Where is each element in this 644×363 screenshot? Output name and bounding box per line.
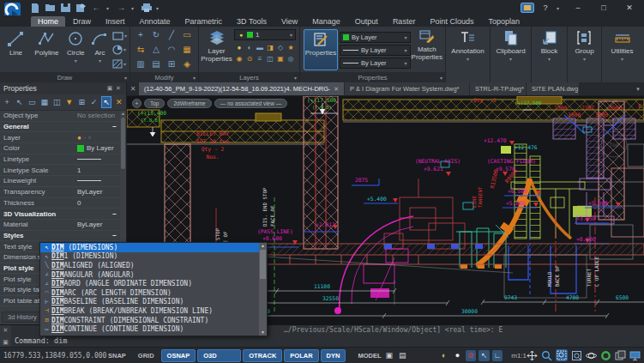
prop-row-layer[interactable]: Layer●∙▫ — [0, 132, 120, 143]
erase-icon[interactable]: ▭ — [180, 28, 195, 41]
group-button[interactable]: Group▾ — [575, 27, 593, 82]
apply-icon[interactable]: ✓ — [88, 96, 99, 108]
tab-topoplan[interactable]: Topoplan — [481, 16, 527, 27]
autocomplete-scrollbar[interactable]: ▲ ▼ — [259, 243, 267, 336]
select-crossing-icon[interactable]: ▦ — [39, 96, 49, 108]
layer-select-dropdown[interactable]: ● 1 ▾ — [234, 29, 296, 40]
layer-lock-icon[interactable]: ▬ — [255, 42, 265, 52]
layer-merge-icon[interactable]: ◇ — [275, 42, 286, 52]
layer-properties-button[interactable]: Layer Properties — [201, 27, 232, 72]
new-file-icon[interactable] — [29, 3, 40, 13]
tab-point-clouds[interactable]: Point Clouds — [423, 16, 480, 27]
doc-tab-close-icon[interactable]: ✕ — [334, 82, 339, 95]
pick-entities-icon[interactable]: ↖ — [101, 96, 112, 108]
help-button[interactable]: ? — [541, 3, 550, 12]
selection-cursor-icon[interactable]: ↖ — [478, 350, 490, 361]
command-panel-close-icon[interactable]: ✕ — [3, 327, 9, 333]
select-fence-icon[interactable]: ◫ — [51, 96, 62, 108]
prop-row-lineweight[interactable]: Lineweight — [0, 176, 120, 187]
undo-caret-icon[interactable]: ▾ — [106, 5, 111, 11]
trim-icon[interactable]: ╱ — [165, 28, 179, 41]
doc-tab-list-icon[interactable]: ▾ — [632, 82, 644, 95]
qat-more-icon[interactable]: ▾ — [156, 5, 161, 11]
mirror-icon[interactable]: △ — [149, 43, 164, 56]
annotation-button[interactable]: Annotation▾ — [451, 27, 484, 82]
autocomplete-item-dimarc[interactable]: ◠DIMARC(ARC LENGTH DIMENSION) — [40, 288, 259, 298]
doc-tab-site-plan[interactable]: SITE PLAN.dwg — [527, 82, 580, 95]
arc-caret-icon[interactable]: ▾ — [99, 57, 101, 65]
tab-home[interactable]: Home — [31, 16, 65, 27]
select-icon[interactable]: ↖ — [14, 96, 24, 108]
filter-icon[interactable]: ▼ — [63, 96, 74, 108]
open-folder-icon[interactable] — [45, 3, 56, 13]
transparency-display-icon[interactable]: ● — [452, 350, 463, 361]
ucs-icon[interactable]: ∟ — [492, 350, 503, 361]
tab-raster[interactable]: Raster — [386, 16, 423, 27]
prop-row-linetype[interactable]: Linetype — [0, 154, 120, 166]
block-button[interactable]: Block▾ — [541, 27, 558, 82]
autocomplete-item-dimaord[interactable]: ∠DIMAORD(ANGLE ORDINATE DIMENSION) — [40, 279, 259, 288]
modify-panel-caret-icon[interactable]: ▾ — [193, 75, 196, 81]
save-icon[interactable] — [60, 3, 71, 13]
color-dropdown[interactable]: By Layer▾ — [340, 32, 411, 43]
prop-row-color[interactable]: ColorBy Layer — [0, 143, 120, 154]
render-icon[interactable] — [600, 350, 611, 361]
copy-icon[interactable]: ⇆ — [134, 43, 148, 56]
undo-icon[interactable]: ← — [91, 3, 102, 13]
layer-unlock-icon[interactable]: ≡ — [255, 53, 265, 64]
prop-section-styles[interactable]: Styles− — [0, 231, 120, 242]
redo-caret-icon[interactable]: ▾ — [131, 5, 136, 11]
polyline-button[interactable]: Polyline — [30, 27, 63, 72]
toggle-grid[interactable]: GRID — [133, 349, 159, 362]
maximize-button[interactable]: □ — [594, 3, 613, 12]
tab-insert[interactable]: Insert — [99, 16, 132, 27]
quick-select-icon[interactable]: ⊞ — [76, 96, 87, 108]
layer-match-icon[interactable]: ★ — [286, 42, 296, 52]
toggle-dyn[interactable]: DYN — [321, 349, 346, 362]
utilities-button[interactable]: Utilities▾ — [611, 27, 634, 82]
pan-icon[interactable] — [527, 350, 538, 361]
toggle-osnap[interactable]: OSNAP — [161, 349, 196, 362]
prop-row-thickness[interactable]: Thickness0 — [0, 198, 120, 209]
autocomplete-item-dimcontinue[interactable]: ↦DIMCONTINUE(CONTINUE DIMENSION) — [40, 324, 259, 334]
minimize-button[interactable]: – — [569, 3, 587, 12]
circle-caret-icon[interactable]: ▾ — [75, 57, 77, 65]
monitor-icon[interactable] — [629, 350, 641, 361]
layers-panel-caret-icon[interactable]: ▾ — [294, 75, 297, 81]
autocomplete-item-dim[interactable]: ↖DIM(DIMENSIONS) — [40, 243, 259, 252]
prop-row-object-type[interactable]: Object typeNo selection — [0, 111, 120, 122]
linetype-dropdown[interactable]: By Layer▾ — [340, 45, 411, 56]
hatch-tool-button[interactable]: ▾ — [112, 59, 127, 69]
fillet-icon[interactable]: ◠ — [165, 43, 179, 56]
toggle-o3dsnap[interactable]: O3D SNAP — [197, 349, 241, 362]
viewport-associated-view[interactable]: — no associated view — — [214, 99, 288, 108]
autocomplete-item-dimaligned[interactable]: ╲DIMALIGNED(ALIGNED) — [40, 261, 259, 270]
layer-on-off-icon[interactable]: ● — [234, 42, 244, 52]
circle-button[interactable]: Circle ▾ — [63, 27, 88, 72]
sheet-icon[interactable]: ▤ — [397, 350, 408, 361]
boundary-tool-button[interactable]: ▾ — [112, 45, 127, 55]
close-button[interactable]: ✕ — [620, 3, 639, 12]
layer-walk-icon[interactable]: ◉ — [234, 53, 244, 64]
line-button[interactable]: Line — [2, 27, 30, 72]
scale-icon[interactable]: ▤ — [149, 57, 164, 70]
stretch-icon[interactable]: ▥ — [134, 57, 148, 70]
offset-icon[interactable]: ▦ — [180, 43, 195, 56]
prop-section-3d-visualization[interactable]: 3D Visualization− — [0, 209, 120, 220]
lineweight-dropdown[interactable]: By Layer▾ — [340, 57, 411, 69]
orbit-icon[interactable] — [586, 350, 597, 361]
rectangle-tool-button[interactable]: ▾ — [112, 32, 127, 40]
redo-icon[interactable]: → — [116, 3, 127, 13]
autocomplete-item-dim1[interactable]: ↖DIM1(DIMENSION) — [40, 252, 259, 262]
prop-section-general[interactable]: General− — [0, 122, 120, 133]
tab-3d-tools[interactable]: 3D Tools — [230, 16, 274, 27]
docbar-close-icon[interactable]: ✕ — [127, 82, 139, 95]
viewport-visual-style-control[interactable]: 2dWireframe — [167, 99, 211, 108]
explode-icon[interactable]: ◈ — [180, 57, 195, 70]
array-icon[interactable]: ⊞ — [165, 57, 179, 70]
move-icon[interactable]: + — [134, 28, 148, 41]
zoom-extents-icon[interactable] — [571, 350, 582, 361]
tab-output[interactable]: Output — [348, 16, 385, 27]
toggle-otrack[interactable]: OTRACK — [243, 349, 282, 362]
doc-tab-pi-diagram[interactable]: P & I Diagram For Water System.dwg* — [345, 82, 470, 95]
